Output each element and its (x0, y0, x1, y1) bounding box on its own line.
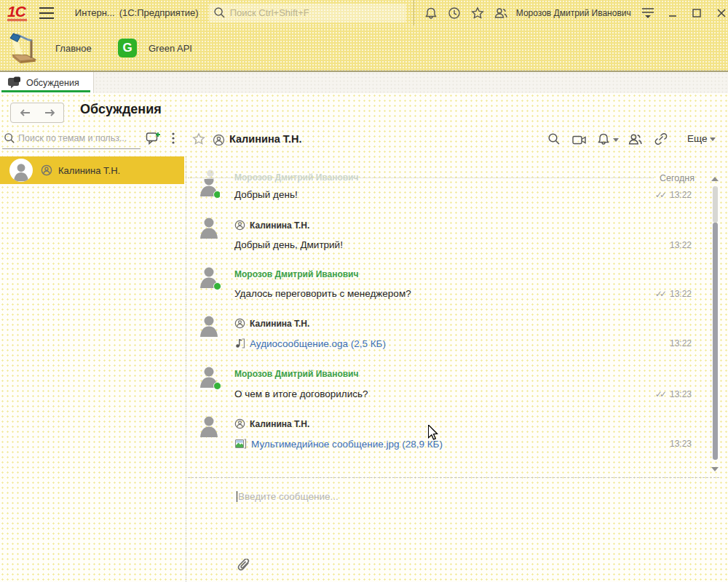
avatar (198, 415, 220, 437)
video-call-icon[interactable] (571, 134, 587, 146)
message-sender: Калинина Т.Н. (234, 418, 309, 429)
message-time: 13:22 (670, 338, 692, 348)
text-caret (237, 491, 237, 502)
message-text: Удалось переговорить с менеджером? (234, 288, 411, 299)
person-circle-icon (213, 134, 225, 146)
scrollbar-track[interactable] (713, 186, 718, 223)
message-time: 13:22 (670, 240, 692, 250)
avatar (198, 217, 220, 239)
search-icon (4, 132, 15, 144)
open-windows-tabbar: Обсуждения (0, 72, 728, 93)
attachment-link[interactable]: Мультимедийное сообщение.jpg (28,9 КБ) (251, 439, 443, 450)
input-area-separator (188, 477, 719, 478)
message-attachment: Аудиосообщение.oga (2,5 КБ) (234, 338, 386, 349)
person-circle-icon (234, 418, 245, 429)
message-sender: Калинина Т.Н. (234, 318, 309, 329)
sidebar-search-underline (2, 148, 141, 149)
add-members-icon[interactable] (628, 132, 642, 146)
message-input[interactable]: Введите сообщение... (237, 491, 339, 502)
ghost-sender-name: Морозов Дмитрий Иванович (234, 172, 358, 183)
chat-notifications-bell-icon[interactable] (597, 132, 610, 146)
chat-bubbles-icon (7, 76, 21, 89)
message-meta: ✓✓13:22 (655, 289, 692, 299)
global-search-input[interactable]: Поиск Ctrl+Shift+F (209, 4, 406, 23)
mouse-cursor (428, 425, 438, 440)
attach-file-paperclip-icon[interactable] (237, 559, 250, 571)
1c-logo: 1С (7, 4, 27, 21)
avatar (198, 179, 220, 198)
message-sender: Морозов Дмитрий Иванович (234, 269, 358, 279)
message-text: Добрый день, Дмитрий! (234, 239, 343, 250)
section-green-api-label: Green API (149, 43, 192, 54)
content-area: Обсуждения Поиск по темам и польз... Кал… (0, 93, 728, 582)
scrollbar-down-arrow[interactable] (711, 467, 719, 471)
minimize-button[interactable] (666, 6, 679, 20)
current-user-name[interactable]: Морозов Дмитрий Иванович (516, 8, 631, 18)
message-meta: ✓✓13:23 (655, 389, 692, 399)
message-text: Добрый день! (234, 189, 298, 200)
avatar (202, 169, 218, 179)
section-green-api[interactable]: G Green API (118, 25, 192, 71)
sections-panel: Главное G Green API (0, 25, 728, 71)
active-tab-indicator (1, 90, 90, 92)
service-menu-icon[interactable] (641, 7, 654, 20)
message-sender: Калинина Т.Н. (234, 220, 309, 231)
online-dot (213, 191, 220, 198)
favorites-star-icon[interactable] (471, 7, 484, 20)
copy-link-icon[interactable] (654, 132, 668, 146)
avatar (198, 266, 220, 288)
nav-back-button[interactable] (10, 103, 39, 123)
read-receipt-icon: ✓✓ (655, 289, 664, 299)
avatar (198, 315, 220, 337)
section-glavnoe[interactable]: Главное (9, 25, 92, 71)
notifications-bell-icon[interactable] (424, 7, 438, 20)
title-bar: 1С Интерн...(1С:Предприятие) Поиск Ctrl+… (0, 0, 728, 25)
discussions-people-icon[interactable] (494, 7, 507, 20)
section-glavnoe-label: Главное (55, 43, 92, 54)
page-title: Обсуждения (80, 102, 162, 117)
maximize-button[interactable] (690, 6, 703, 20)
message-meta: ✓✓13:22 (655, 190, 692, 200)
message-attachment: Мультимедийное сообщение.jpg (28,9 КБ) (234, 438, 443, 450)
discussion-item-name: Калинина Т.Н. (58, 165, 120, 176)
online-dot (213, 282, 221, 290)
sidebar-menu-kebab-icon[interactable] (172, 132, 175, 144)
discussion-list-item[interactable]: Калинина Т.Н. (0, 156, 184, 184)
audio-file-icon (234, 338, 245, 349)
favorite-star-icon[interactable] (192, 132, 205, 146)
app-window: 1С Интерн...(1С:Предприятие) Поиск Ctrl+… (0, 0, 728, 582)
history-icon[interactable] (448, 7, 461, 20)
scrollbar-up-arrow[interactable] (711, 177, 719, 181)
person-circle-icon (234, 318, 245, 329)
attachment-link[interactable]: Аудиосообщение.oga (2,5 КБ) (250, 338, 386, 349)
scrollbar-thumb[interactable] (713, 223, 718, 460)
close-button[interactable] (715, 6, 728, 20)
avatar (198, 366, 220, 388)
message-time: 13:23 (670, 439, 692, 449)
main-menu-icon[interactable] (39, 5, 55, 21)
message-input-placeholder: Введите сообщение... (238, 491, 339, 502)
person-circle-icon (41, 164, 52, 176)
new-discussion-icon[interactable] (146, 131, 161, 145)
person-circle-icon (234, 220, 245, 231)
tab-discussions-label: Обсуждения (26, 78, 79, 88)
read-receipt-icon: ✓✓ (655, 190, 664, 200)
more-menu-button[interactable]: Еще (687, 133, 716, 144)
green-api-icon: G (118, 39, 137, 57)
sidebar-chat-divider (186, 156, 186, 582)
bell-dropdown-caret[interactable] (613, 138, 619, 142)
message-text: О чем в итоге договорились? (234, 388, 368, 399)
search-icon (213, 7, 226, 19)
desk-lamp-icon (9, 32, 38, 64)
window-title: Интерн...(1С:Предприятие) (75, 7, 199, 18)
avatar (9, 159, 33, 182)
sidebar-search[interactable]: Поиск по темам и польз... (2, 129, 184, 150)
date-label: Сегодня (660, 173, 695, 183)
message-sender: Морозов Дмитрий Иванович (234, 369, 358, 379)
nav-forward-button[interactable] (36, 103, 64, 123)
image-file-icon (234, 438, 247, 450)
global-search-placeholder: Поиск Ctrl+Shift+F (230, 7, 309, 18)
more-dropdown-caret (710, 137, 716, 141)
chat-search-icon[interactable] (547, 132, 561, 146)
tab-discussions[interactable]: Обсуждения (0, 72, 94, 93)
